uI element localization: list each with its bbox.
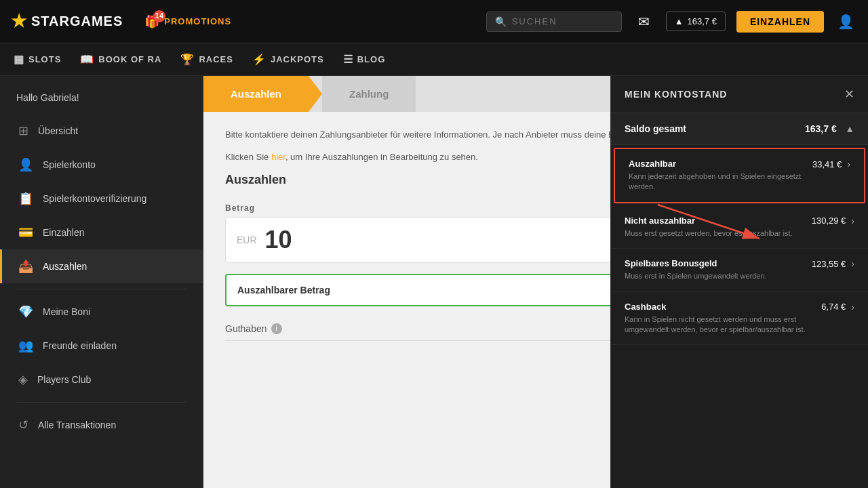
- tab-auszahlen-label: Auszahlen: [231, 88, 281, 100]
- auszahlbar-chevron-icon: ›: [847, 159, 850, 169]
- tab-auszahlen[interactable]: Auszahlen: [203, 76, 322, 112]
- guthaben-label-text: Guthaben: [225, 323, 267, 334]
- bonus-icon: 💎: [18, 304, 33, 319]
- promo-label: PROMOTIONS: [164, 16, 231, 26]
- trophy-icon: 🏆: [180, 53, 195, 66]
- verify-icon: 📋: [18, 191, 33, 206]
- guthaben-label-group: Guthaben i: [225, 323, 282, 334]
- balance-item-auszahlbar-right: 33,41 € ›: [802, 159, 850, 169]
- logo-text: STARGAMES: [31, 14, 123, 29]
- kontostand-panel: MEIN KONTOSTAND ✕ Saldo gesamt 163,7 € ▲…: [610, 76, 868, 488]
- balance-arrow-icon: ▲: [675, 16, 684, 26]
- saldo-row: Saldo gesamt 163,7 € ▲: [611, 113, 868, 145]
- tab-zahlung-label: Zahlung: [349, 88, 389, 100]
- meine-boni-label: Meine Boni: [43, 306, 90, 317]
- nicht-auszahlbar-chevron-icon: ›: [851, 216, 854, 226]
- blog-icon: ☰: [343, 53, 353, 66]
- search-icon: 🔍: [495, 16, 507, 27]
- jackpot-icon: ⚡: [252, 53, 267, 66]
- balance-item-cashback-left: Cashback Kann in Spielen nicht gesetzt w…: [625, 302, 810, 336]
- top-nav: ★ STARGAMES 🎁 14 PROMOTIONS 🔍 ✉ ▲ 163,7 …: [0, 0, 868, 43]
- sidebar-item-jackpots[interactable]: ⚡ JACKPOTS: [244, 49, 332, 70]
- kontostand-close-button[interactable]: ✕: [844, 87, 854, 102]
- invite-icon: 👥: [18, 338, 33, 353]
- balance-item-nicht-auszahlbar-name: Nicht auszahlbar: [625, 216, 801, 226]
- balance-item-spielbares-bonusgeld[interactable]: Spielbares Bonusgeld Muss erst in Spiele…: [611, 249, 868, 291]
- amount-currency: EUR: [237, 235, 257, 245]
- saldo-amount: 163,7 €: [805, 123, 837, 134]
- sidebar-item-einzahlen[interactable]: 💳 Einzahlen: [0, 216, 203, 249]
- sidebar-item-spielerkontoverifizierung[interactable]: 📋 Spielerkontoverifizierung: [0, 182, 203, 216]
- saldo-right: 163,7 € ▲: [805, 123, 854, 135]
- jackpots-label: JACKPOTS: [271, 54, 324, 64]
- sidebar-item-players-club[interactable]: ◈ Players Club: [0, 363, 203, 396]
- balance-item-auszahlbar-amount: 33,41 €: [812, 159, 842, 169]
- main-layout: Hallo Gabriela! ⊞ Übersicht 👤 Spielerkon…: [0, 76, 868, 488]
- hier-link[interactable]: hier: [271, 152, 285, 162]
- balance-item-nicht-auszahlbar-left: Nicht auszahlbar Muss erst gesetzt werde…: [625, 216, 801, 239]
- sidebar-item-meine-boni[interactable]: 💎 Meine Boni: [0, 295, 203, 329]
- search-box[interactable]: 🔍: [486, 12, 622, 32]
- races-label: RACES: [199, 54, 233, 64]
- sidebar-item-slots[interactable]: ▦ SLOTS: [5, 49, 69, 70]
- balance-button[interactable]: ▲ 163,7 €: [666, 12, 726, 31]
- logo-star-icon: ★: [11, 11, 27, 32]
- search-input[interactable]: [512, 16, 593, 26]
- promotions-button[interactable]: 🎁 14 PROMOTIONS: [144, 14, 231, 29]
- guthaben-info-icon[interactable]: i: [271, 323, 282, 334]
- saldo-chevron-icon: ▲: [845, 123, 854, 134]
- link-pre-text: Klicken Sie: [225, 152, 271, 162]
- balance-item-auszahlbar-desc: Kann jederzeit abgehoben und in Spielen …: [629, 171, 802, 192]
- sidebar-greeting: Hallo Gabriela!: [0, 87, 203, 114]
- cashback-chevron-icon: ›: [851, 302, 854, 312]
- sidebar-divider-2: [16, 402, 186, 403]
- book-icon: 📖: [80, 53, 94, 66]
- mail-button[interactable]: ✉: [633, 14, 655, 30]
- kontostand-header: MEIN KONTOSTAND ✕: [611, 76, 868, 113]
- sidebar-item-freunde-einladen[interactable]: 👥 Freunde einladen: [0, 329, 203, 363]
- balance-item-nicht-auszahlbar[interactable]: Nicht auszahlbar Muss erst gesetzt werde…: [611, 206, 868, 249]
- balance-item-nicht-auszahlbar-right: 130,29 € ›: [801, 216, 854, 226]
- withdraw-icon: 📤: [18, 259, 33, 274]
- balance-item-nicht-auszahlbar-desc: Muss erst gesetzt werden, bevor es ausza…: [625, 228, 801, 239]
- einzahlen-nav-label: Einzahlen: [43, 227, 85, 238]
- balance-item-spielbares-bonusgeld-name: Spielbares Bonusgeld: [625, 258, 801, 268]
- auszahlbar-label: Auszahlbarer Betrag: [237, 285, 330, 296]
- sidebar-item-spielerkonto[interactable]: 👤 Spielerkonto: [0, 148, 203, 182]
- balance-item-cashback[interactable]: Cashback Kann in Spielen nicht gesetzt w…: [611, 292, 868, 346]
- balance-item-spielbares-bonusgeld-left: Spielbares Bonusgeld Muss erst in Spiele…: [625, 258, 801, 281]
- gift-icon: 🎁 14: [144, 14, 160, 29]
- einzahlen-button[interactable]: EINZAHLEN: [736, 11, 824, 33]
- auszahlen-nav-label: Auszahlen: [43, 261, 87, 272]
- sidebar-divider-1: [16, 289, 186, 289]
- deposit-icon: 💳: [18, 225, 33, 240]
- balance-item-auszahlbar[interactable]: Auszahlbar Kann jederzeit abgehoben und …: [614, 148, 865, 203]
- saldo-label: Saldo gesamt: [625, 123, 686, 134]
- account-icon: 👤: [18, 157, 33, 172]
- sidebar-item-uebersicht[interactable]: ⊞ Übersicht: [0, 114, 203, 148]
- uebersicht-label: Übersicht: [38, 125, 78, 136]
- link-post-text: , um Ihre Auszahlungen in Bearbeitung zu…: [285, 152, 478, 162]
- balance-item-cashback-desc: Kann in Spielen nicht gesetzt werden und…: [625, 314, 810, 336]
- sidebar: Hallo Gabriela! ⊞ Übersicht 👤 Spielerkon…: [0, 76, 203, 488]
- sidebar-item-alle-transaktionen[interactable]: ↺ Alle Transaktionen: [0, 408, 203, 442]
- spielerkontoverifizierung-label: Spielerkontoverifizierung: [43, 193, 146, 204]
- kontostand-title: MEIN KONTOSTAND: [625, 89, 727, 100]
- spielbares-bonusgeld-chevron-icon: ›: [851, 258, 854, 269]
- sidebar-item-book-of-ra[interactable]: 📖 BOOK OF RA: [72, 49, 170, 70]
- sidebar-item-races[interactable]: 🏆 RACES: [172, 49, 241, 70]
- balance-item-spielbares-bonusgeld-desc: Muss erst in Spielen umgewandelt werden.: [625, 271, 801, 281]
- players-club-icon: ◈: [18, 372, 28, 387]
- promo-badge: 14: [153, 10, 165, 22]
- sidebar-item-blog[interactable]: ☰ BLOG: [335, 49, 394, 70]
- balance-item-auszahlbar-name: Auszahlbar: [629, 159, 802, 169]
- user-button[interactable]: 👤: [835, 14, 857, 30]
- blog-label: BLOG: [357, 54, 386, 64]
- sidebar-item-auszahlen[interactable]: 📤 Auszahlen: [0, 249, 203, 283]
- slots-icon: ▦: [14, 53, 24, 66]
- tab-zahlung[interactable]: Zahlung: [322, 76, 416, 112]
- balance-item-auszahlbar-left: Auszahlbar Kann jederzeit abgehoben und …: [629, 159, 802, 192]
- slots-label: SLOTS: [28, 54, 61, 64]
- book-of-ra-label: BOOK OF RA: [98, 54, 161, 64]
- freunde-einladen-label: Freunde einladen: [43, 340, 117, 351]
